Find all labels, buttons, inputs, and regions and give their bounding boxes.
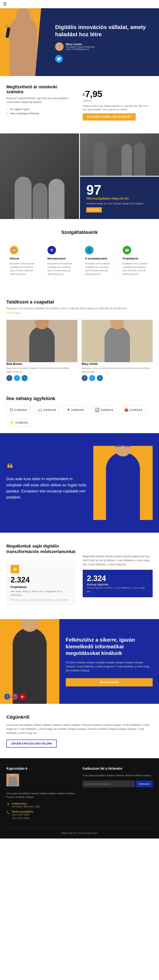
- service-title-0: Rólunk: [10, 257, 37, 260]
- client-icon-0: ⬡: [10, 407, 13, 412]
- gallery-stat-button[interactable]: BUTTON: [86, 207, 102, 212]
- team-member-0: Bob Brown Esse sem ut incidunt occaecat,…: [6, 320, 77, 381]
- client-logo-0: ⬡ CANZAS: [6, 406, 30, 414]
- stat-box-2: 2.324 Boldog ügyfelek Samate így elér a …: [83, 570, 153, 597]
- hero-section: Digitális innovációs vállalat, amely hal…: [0, 8, 159, 76]
- footer: Kapcsolato k Ursa quam ab habitam habita…: [0, 758, 159, 839]
- about-cta-button[interactable]: LÉPJEN KAPCSOLATBA VELÜNK: [6, 740, 57, 748]
- footer-subscribe-button[interactable]: Iratkozzon: [136, 781, 153, 787]
- service-title-1: Menedzsment: [48, 257, 74, 260]
- footer-email-input[interactable]: [83, 781, 135, 787]
- services-grid: 🏠 Rólunk Excepteur sint occaecat cupidat…: [6, 242, 153, 280]
- client-icon-3: 🔄: [95, 407, 100, 412]
- team-description: Excepteur sint occaecat cupidatat non pr…: [6, 307, 153, 310]
- hero-author-meta: Consultant, Design Studio Appname.12345@…: [66, 46, 95, 51]
- phone-icon: 📞: [6, 811, 10, 814]
- cta-button[interactable]: JELÖLTKEZÉS: [66, 678, 153, 686]
- stats-right-text: Megfontoló Itserole ekelete emilirb dubl…: [83, 555, 153, 567]
- twitter-icon-0[interactable]: t: [14, 375, 20, 381]
- footer-col-2: Iratkozzon fel a hírlevére Ursa quam ab …: [83, 767, 153, 822]
- linkedin-icon-0[interactable]: in: [22, 375, 27, 381]
- price-display: £7,95: [83, 89, 148, 99]
- facebook-icon-0[interactable]: f: [6, 375, 12, 381]
- twitter-icon[interactable]: [55, 55, 63, 63]
- stat-label-2: Boldog ügyfelek: [87, 583, 148, 586]
- service-title-3: Projektjeink: [123, 257, 149, 260]
- services-section: Szolgáltatásaink 🏠 Rólunk Excepteur sint…: [0, 219, 159, 291]
- stat-number-1: 2.324: [11, 576, 72, 584]
- quote-section: ❝ Duis aute irure dolor in reprehenderit…: [0, 433, 159, 533]
- clients-logos: ⬡ CANZAS 📖 CANZAS ✦ CANZAS 🔄 CANZAS 📤 CA…: [6, 406, 153, 427]
- client-name-0: CANZAS: [14, 408, 27, 412]
- client-icon-2: ✦: [67, 407, 70, 412]
- team-member-desc-1: Excepteur nunc ut incidunt occaecat, nam…: [82, 366, 153, 374]
- team-member-name-0: Bob Brown: [6, 362, 77, 366]
- linkedin-icon-1[interactable]: in: [97, 375, 103, 381]
- service-icon-1: ⚙: [48, 246, 56, 255]
- service-card-3: 📁 Projektjeink Excepteur sint occaecat c…: [119, 242, 153, 280]
- footer-photo-1: [6, 774, 19, 786]
- footer-phone-label: Telefon (veszkülés): [12, 810, 33, 813]
- team-social-icons-0: f t in: [6, 375, 77, 381]
- clients-heading: Íme néhány ügyfelünk: [6, 396, 153, 401]
- pricing-description: Beginner's ajánlat éktelen, ogy here tur…: [6, 96, 72, 104]
- footer-address: 123 Street, New York, USA: [12, 805, 40, 808]
- client-logo-1: 📖 CANZAS: [34, 406, 59, 414]
- about-section: Cégünkről Ursa quam ab habitam habitam h…: [0, 704, 159, 758]
- pricing-left: Megfizethető ár mindenki számára Beginne…: [6, 84, 72, 125]
- client-name-5: CANZAS: [16, 421, 28, 424]
- client-icon-1: 📖: [38, 407, 42, 412]
- quote-person-image: [93, 446, 153, 520]
- team-section: Találkozni a csapattal Excepteur sint oc…: [0, 291, 159, 390]
- facebook-icon-1[interactable]: f: [82, 375, 87, 381]
- hero-avatar: [55, 42, 64, 51]
- team-photo-0: [6, 320, 77, 362]
- footer-address-item: 📍 Irodánk helye 123 Street, New York, US…: [6, 802, 76, 808]
- navbar: ☰: [0, 0, 159, 8]
- service-icon-0: 🏠: [10, 246, 18, 255]
- pricing-cta-button[interactable]: INGYENES PRÓBA JELÖLTKEZÉS: [83, 113, 136, 121]
- twitter-icon-1[interactable]: t: [89, 375, 95, 381]
- team-photo-1: [82, 320, 153, 362]
- service-card-1: ⚙ Menedzsment Excepteur sint occaecat cu…: [44, 242, 78, 280]
- team-social-icons-1: f t in: [82, 375, 153, 381]
- stat-sub-2: Samate így elér a célhoz, a más feltétel…: [87, 586, 148, 593]
- team-member-1: Mary Smith Excepteur nunc ut incidunt oc…: [82, 320, 153, 381]
- team-heading: Találkozni a csapattal: [6, 299, 153, 305]
- gallery-stat-number: 97: [86, 183, 101, 197]
- cta-social-icons: f 📸 ▶: [4, 694, 25, 700]
- about-heading: Cégünkről: [6, 714, 153, 720]
- team-link[interactable]: Több Projekt: [6, 312, 21, 315]
- service-card-0: 🏠 Rólunk Excepteur sint occaecat cupidat…: [6, 242, 40, 280]
- cta-facebook-icon[interactable]: f: [4, 694, 10, 700]
- cta-heading: Felkészülsz a sikerre, igazán kiemelkedő…: [66, 636, 153, 656]
- location-icon: 📍: [6, 803, 10, 806]
- team-member-desc-0: Esse sem ut incidunt occaecat, nem id mi…: [6, 366, 77, 374]
- gallery-stat-title: Hikveszolgálatok világ min Dó: [86, 197, 129, 200]
- client-icon-5: ⚡: [10, 420, 14, 425]
- client-logo-2: ✦ CANZAS: [64, 406, 87, 414]
- footer-copyright: Made with ♥ by Your Design Studio: [61, 832, 97, 834]
- cta-instagram-icon[interactable]: 📸: [12, 694, 18, 700]
- service-text-1: Excepteur sint occaecat cupidatat non pr…: [48, 262, 74, 276]
- menu-icon[interactable]: ☰: [3, 2, 6, 6]
- pricing-section: Megfizethető ár mindenki számára Beginne…: [0, 76, 159, 134]
- gallery-stat-box: 97 Hikveszolgálatok világ min Dó Simplif…: [80, 177, 159, 219]
- cta-person-image: f 📸 ▶: [0, 619, 59, 704]
- clients-section: Íme néhány ügyfelünk ⬡ CANZAS 📖 CANZAS ✦…: [0, 390, 159, 433]
- stats-left: Megalkottuk saját digitális transzformác…: [6, 543, 76, 608]
- client-name-2: CANZAS: [71, 408, 84, 412]
- client-name-1: CANZAS: [43, 408, 56, 412]
- cta-youtube-icon[interactable]: ▶: [19, 694, 25, 700]
- service-text-3: Excepteur sint occaecat cupidatat non pr…: [123, 262, 149, 276]
- service-icon-3: 📁: [123, 246, 131, 255]
- gallery-section: 97 Hikveszolgálatok világ min Dó Simplif…: [0, 134, 159, 219]
- footer-team-photos: [6, 774, 76, 789]
- hero-author-name: Mary Larsen: [66, 43, 95, 46]
- footer-col1-text: Ursa quam ab habitam habitam habitam hab…: [6, 792, 76, 799]
- client-name-4: CANZAS: [130, 408, 143, 412]
- client-logo-4: 📤 CANZAS: [121, 406, 146, 414]
- stats-right: Megfontoló Itserole ekelete emilirb dubl…: [83, 543, 153, 608]
- gallery-item-1: [0, 134, 79, 219]
- client-icon-4: 📤: [124, 407, 129, 412]
